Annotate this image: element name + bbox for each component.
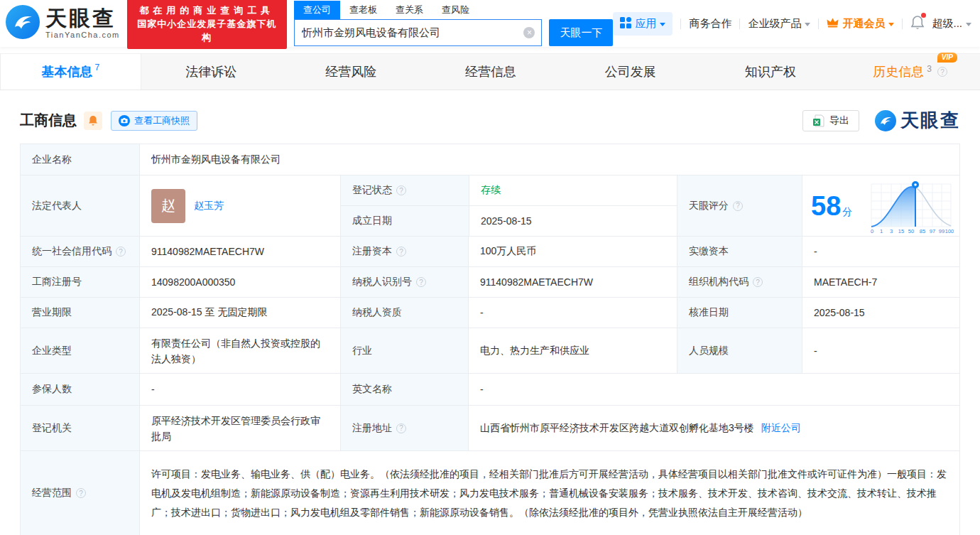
legal-rep-label: 法定代表人	[21, 175, 139, 236]
tab-history-info-count: 3	[927, 64, 932, 74]
svg-text:0: 0	[871, 228, 873, 234]
tab-intellectual-property[interactable]: 知识产权	[700, 54, 840, 90]
svg-text:100: 100	[945, 228, 954, 234]
apps-grid-icon	[620, 17, 631, 31]
divider	[902, 18, 903, 29]
tab-history-info[interactable]: 历史信息 3 VIP	[840, 54, 980, 90]
apps-menu[interactable]: 应用	[613, 12, 673, 36]
avatar[interactable]: 赵	[151, 189, 185, 223]
notifications-button[interactable]	[910, 15, 925, 33]
approval-date-label: 核准日期	[677, 298, 802, 328]
subscribe-bell-button[interactable]	[84, 112, 102, 130]
search-box: 查公司 查老板 查关系 查风险 天眼一下	[294, 1, 614, 46]
table-row: 企业名称 忻州市金朔风电设备有限公司	[21, 144, 959, 175]
english-name-label: 英文名称	[340, 374, 468, 405]
company-type-value: 有限责任公司（非自然人投资或控股的法人独资）	[139, 328, 340, 373]
slogan-line2: 国家中小企业发展子基金旗下机构	[134, 17, 280, 44]
help-icon[interactable]	[116, 247, 126, 256]
enterprise-products-menu[interactable]: 企业级产品	[748, 17, 810, 31]
est-date-value: 2025-08-15	[469, 206, 677, 236]
tab-basic-info-count: 7	[95, 63, 100, 72]
business-cooperation-link[interactable]: 商务合作	[689, 17, 731, 31]
tab-company-development[interactable]: 公司发展	[560, 54, 700, 90]
table-row: 经营范围 许可项目：发电业务、输电业务、供（配）电业务。（依法须经批准的项目，经…	[21, 451, 959, 535]
help-icon[interactable]	[753, 277, 763, 287]
company-type-label: 企业类型	[21, 328, 139, 373]
section-header: 工商信息 查看工商快照 导出 天眼查	[0, 90, 980, 144]
search-button[interactable]: 天眼一下	[549, 19, 613, 46]
view-business-snapshot-button[interactable]: 查看工商快照	[111, 111, 197, 131]
tab-legal-proceedings[interactable]: 法律诉讼	[141, 54, 281, 90]
chevron-down-icon	[966, 23, 971, 26]
svg-text:85: 85	[920, 228, 925, 234]
biz-term-label: 营业期限	[21, 298, 139, 328]
tab-business-info[interactable]: 经营信息	[421, 54, 561, 90]
tab-operating-risk[interactable]: 经营风险	[281, 54, 421, 90]
tab-operating-risk-label: 经营风险	[325, 63, 376, 80]
search-tab-risk[interactable]: 查风险	[432, 1, 479, 19]
bell-icon	[88, 115, 98, 126]
top-menu: 应用 商务合作 企业级产品 开通会员	[613, 12, 971, 36]
chevron-down-icon	[805, 23, 810, 26]
business-info-table: 企业名称 忻州市金朔风电设备有限公司 法定代表人 赵 赵玉芳 登记状态 存续 成…	[20, 144, 960, 535]
uscc-label: 统一社会信用代码	[32, 245, 111, 258]
tab-company-development-label: 公司发展	[605, 63, 656, 80]
score-distribution-chart: 0 1 3 15 50 85 97 99 100	[869, 178, 954, 234]
search-tabs: 查公司 查老板 查关系 查风险	[294, 1, 614, 19]
table-row: 参保人数 - 英文名称 -	[21, 374, 959, 406]
divider	[680, 18, 681, 29]
tianyancha-logo[interactable]: 天眼查 TianYanCha.com	[6, 5, 120, 42]
approval-date-value: 2025-08-15	[802, 298, 959, 328]
search-tab-company[interactable]: 查公司	[294, 1, 340, 19]
uscc-label-cell: 统一社会信用代码	[21, 237, 139, 266]
table-row: 法定代表人 赵 赵玉芳 登记状态 存续 成立日期 2025-08-15 天眼评分	[21, 175, 959, 237]
search-tab-boss[interactable]: 查老板	[340, 1, 386, 19]
est-date-label: 成立日期	[341, 206, 469, 236]
help-icon[interactable]	[733, 201, 743, 211]
tianyancha-logo-icon	[6, 5, 40, 42]
watermark-text: 天眼查	[900, 108, 960, 133]
reg-address-value: 山西省忻州市原平经济技术开发区跨越大道双创孵化基地3号楼	[480, 422, 754, 435]
uscc-value: 91140982MAETAECH7W	[139, 237, 340, 266]
org-code-label-cell: 组织机构代码	[677, 267, 802, 297]
reg-capital-label-cell: 注册资本	[340, 237, 468, 266]
nearby-companies-link[interactable]: 附近公司	[761, 422, 801, 435]
search-tab-relation[interactable]: 查关系	[386, 1, 432, 19]
search-input[interactable]	[294, 19, 543, 46]
legal-rep-link[interactable]: 赵玉芳	[194, 200, 224, 212]
section-title: 工商信息	[20, 111, 77, 130]
user-account-menu[interactable]: 超级...	[932, 17, 971, 31]
industry-value: 电力、热力生产和供应业	[468, 328, 677, 373]
help-icon[interactable]	[76, 488, 86, 498]
brand-name: 天眼查	[45, 8, 120, 29]
top-header: 天眼查 TianYanCha.com 都在用的商业查询工具 国家中小企业发展子基…	[0, 0, 980, 47]
vip-badge: VIP	[937, 53, 957, 63]
open-vip-label: 开通会员	[842, 17, 885, 31]
help-icon[interactable]	[396, 247, 406, 256]
table-row: 营业期限 2025-08-15 至 无固定期限 纳税人资质 - 核准日期 202…	[21, 298, 959, 328]
table-row: 工商注册号 14098200A000350 纳税人识别号 91140982MAE…	[21, 267, 959, 298]
reg-status-label-cell: 登记状态	[341, 175, 469, 205]
view-business-snapshot-label: 查看工商快照	[134, 114, 190, 127]
score-cell: 58分 0	[802, 175, 959, 236]
excel-icon	[812, 114, 824, 127]
svg-text:3: 3	[890, 228, 893, 234]
table-row: 统一社会信用代码 91140982MAETAECH7W 注册资本 100万人民币…	[21, 237, 959, 267]
table-row: 企业类型 有限责任公司（非自然人投资或控股的法人独资） 行业 电力、热力生产和供…	[21, 328, 959, 374]
reg-no-label: 工商注册号	[21, 267, 139, 297]
open-vip-menu[interactable]: 开通会员	[827, 17, 894, 31]
company-name-label: 企业名称	[21, 144, 139, 175]
help-icon[interactable]	[396, 423, 406, 433]
help-icon[interactable]	[937, 67, 947, 77]
help-icon[interactable]	[396, 185, 406, 195]
taxpayer-id-label: 纳税人识别号	[352, 276, 412, 288]
paid-capital-label: 实缴资本	[677, 237, 802, 266]
slogan-banner: 都在用的商业查询工具 国家中小企业发展子基金旗下机构	[127, 0, 287, 49]
score-value: 58	[811, 191, 841, 221]
svg-text:15: 15	[898, 228, 904, 234]
score-label: 天眼评分	[689, 200, 729, 212]
help-icon[interactable]	[416, 277, 426, 287]
export-button[interactable]: 导出	[802, 110, 859, 131]
svg-text:97: 97	[930, 228, 935, 234]
tab-basic-info[interactable]: 基本信息 7	[0, 54, 141, 90]
